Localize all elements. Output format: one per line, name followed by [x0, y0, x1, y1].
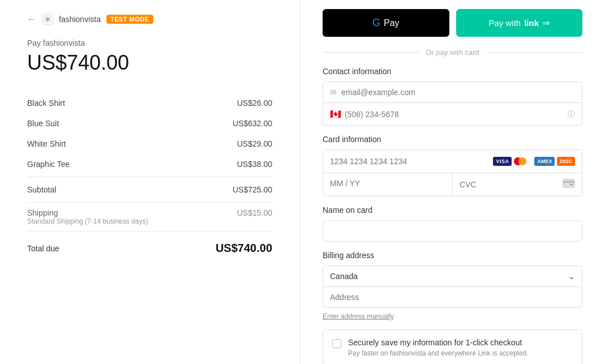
shipping-row: Shipping Standard Shipping (7-14 busines…	[27, 205, 272, 229]
phone-row[interactable]: 🇨🇦 ⓘ	[323, 103, 582, 125]
merchant-favicon	[42, 14, 53, 25]
payment-buttons: G Pay Pay with link ⇒	[323, 9, 582, 37]
enter-address-link[interactable]: Enter address manually	[323, 312, 394, 320]
line-item-price: US$632.00	[233, 119, 272, 128]
save-title: Securely save my information for 1-click…	[348, 338, 573, 347]
amex-icon: AMEX	[534, 157, 555, 166]
name-input-container[interactable]	[323, 220, 582, 242]
shipping-label: Shipping	[27, 208, 148, 217]
link-button-prefix: Pay with	[488, 18, 521, 28]
country-select[interactable]: Canada United States	[330, 272, 568, 281]
card-section-label: Card information	[323, 135, 582, 144]
country-select-container[interactable]: Canada United States ⌄	[323, 265, 582, 287]
cvc-row[interactable]	[453, 173, 582, 196]
svg-rect-3	[563, 181, 574, 183]
link-button-main: link	[524, 18, 539, 28]
card-number-row[interactable]: VISA AMEX DISC	[323, 150, 582, 173]
shipping-sub: Standard Shipping (7-14 business days)	[27, 217, 148, 225]
gpay-text: Pay	[384, 18, 400, 28]
save-info-checkbox[interactable]	[332, 339, 341, 348]
card-brand-icons: VISA AMEX DISC	[493, 156, 575, 167]
line-item-name: Graphic Tee	[27, 160, 70, 169]
google-g-logo: G	[372, 17, 380, 29]
phone-input[interactable]	[345, 110, 568, 119]
svg-point-1	[46, 18, 49, 21]
card-number-input[interactable]	[330, 157, 493, 166]
save-subtitle: Pay faster on fashionvista and everywher…	[348, 349, 573, 357]
back-button[interactable]: ←	[27, 14, 36, 24]
email-icon: ✉	[330, 88, 337, 97]
expiry-input[interactable]	[330, 179, 445, 188]
or-divider: Or pay with card	[323, 48, 582, 57]
expiry-row[interactable]	[323, 173, 453, 196]
line-item-price: US$29.00	[237, 139, 272, 148]
cvc-card-icon	[563, 179, 575, 190]
svg-rect-4	[570, 184, 573, 185]
left-panel: ← fashionvista TEST MODE Pay fashionvist…	[0, 0, 300, 364]
line-item-name: White Shirt	[27, 139, 66, 148]
line-item: White Shirt US$29.00	[27, 134, 272, 154]
total-amount: US$740.00	[27, 51, 272, 75]
save-info-container: Securely save my information for 1-click…	[323, 329, 582, 364]
line-item: Black Shirt US$26.00	[27, 93, 272, 113]
discover-icon: DISC	[557, 157, 575, 166]
billing-address-container: Canada United States ⌄	[323, 265, 582, 308]
header-nav: ← fashionvista TEST MODE	[27, 14, 272, 25]
pay-label: Pay fashionvista	[27, 38, 272, 48]
test-mode-badge: TEST MODE	[106, 15, 153, 24]
card-input-group: VISA AMEX DISC	[323, 149, 582, 196]
gpay-button[interactable]: G Pay	[323, 9, 449, 37]
subtotal-label: Subtotal	[27, 185, 56, 194]
line-item-price: US$26.00	[237, 99, 272, 108]
visa-icon: VISA	[493, 157, 512, 166]
line-item: Graphic Tee US$38.00	[27, 154, 272, 174]
contact-section-label: Contact information	[323, 67, 582, 76]
line-item: Blue Suit US$632.00	[27, 113, 272, 134]
total-value: US$740.00	[216, 242, 272, 255]
subtotal-value: US$725.00	[233, 185, 272, 194]
contact-input-group: ✉ 🇨🇦 ⓘ	[323, 82, 582, 126]
address-input-container[interactable]	[323, 287, 582, 308]
address-input[interactable]	[330, 293, 575, 302]
line-item-name: Blue Suit	[27, 119, 59, 128]
subtotal-divider	[27, 177, 272, 177]
email-input[interactable]	[341, 88, 575, 97]
cvc-input[interactable]	[460, 180, 563, 189]
link-arrow-icon: ⇒	[542, 18, 550, 28]
billing-section-label: Billing address	[323, 251, 582, 260]
name-on-card-input[interactable]	[330, 226, 575, 235]
total-row: Total due US$740.00	[27, 234, 272, 263]
merchant-name: fashionvista	[59, 15, 101, 24]
subtotal-row: Subtotal US$725.00	[27, 179, 272, 200]
name-section-label: Name on card	[323, 205, 582, 215]
svg-rect-2	[563, 179, 574, 187]
canada-flag-icon: 🇨🇦	[330, 109, 341, 119]
total-divider	[27, 231, 272, 232]
shipping-divider	[27, 202, 272, 203]
email-row[interactable]: ✉	[323, 82, 582, 103]
line-item-name: Black Shirt	[27, 99, 65, 108]
line-items: Black Shirt US$26.00 Blue Suit US$632.00…	[27, 93, 272, 174]
total-label: Total due	[27, 244, 59, 253]
mastercard-icon	[514, 156, 532, 167]
link-pay-button[interactable]: Pay with link ⇒	[456, 9, 583, 37]
line-item-price: US$38.00	[237, 160, 272, 169]
right-panel: G Pay Pay with link ⇒ Or pay with card C…	[300, 0, 605, 364]
chevron-down-icon: ⌄	[568, 272, 575, 281]
shipping-price: US$15.00	[237, 208, 272, 217]
phone-info-icon: ⓘ	[568, 109, 575, 119]
card-expiry-cvc-row	[323, 173, 582, 196]
